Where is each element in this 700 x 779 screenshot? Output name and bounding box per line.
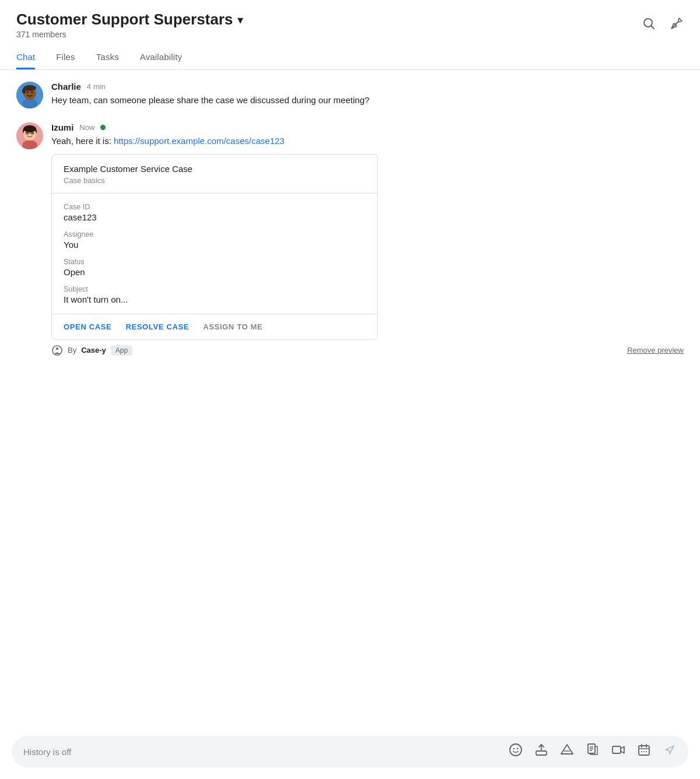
izumi-time: Now: [79, 123, 94, 132]
subject-label: Subject: [64, 285, 366, 293]
header-icons: [642, 16, 684, 34]
svg-point-17: [26, 132, 27, 134]
charlie-name: Charlie: [51, 82, 81, 92]
header-left: Customer Support Superstars ▾ 371 member…: [16, 10, 243, 39]
svg-rect-33: [639, 746, 649, 755]
video-icon[interactable]: [611, 743, 625, 760]
send-icon[interactable]: [663, 743, 677, 760]
assign-to-me-button[interactable]: ASSIGN TO ME: [203, 322, 262, 331]
svg-point-18: [32, 132, 33, 134]
tab-tasks[interactable]: Tasks: [96, 45, 119, 69]
case-card-subtitle: Case basics: [64, 176, 366, 185]
app-badge: App: [111, 345, 132, 356]
svg-rect-25: [536, 751, 547, 755]
app-name: Case-y: [81, 346, 106, 355]
message-izumi: Izumi Now Yeah, here it is: https://supp…: [16, 122, 684, 356]
izumi-text: Yeah, here it is: https://support.exampl…: [51, 135, 684, 148]
tab-chat[interactable]: Chat: [16, 45, 35, 69]
message-input-bar[interactable]: History is off: [12, 736, 688, 767]
emoji-icon[interactable]: [509, 743, 523, 760]
chat-area: Charlie 4 min Hey team, can someone plea…: [0, 70, 700, 730]
by-label: By: [68, 346, 76, 355]
field-subject: Subject It won't turn on...: [64, 285, 366, 304]
svg-point-37: [641, 751, 642, 752]
group-title: Customer Support Superstars: [16, 10, 233, 29]
svg-point-38: [643, 751, 645, 752]
status-value: Open: [64, 267, 366, 277]
tabs: Chat Files Tasks Availability: [0, 45, 700, 70]
field-status: Status Open: [64, 258, 366, 277]
svg-line-1: [652, 26, 654, 29]
svg-point-23: [513, 748, 514, 749]
toolbar-icons: [509, 743, 677, 760]
member-count: 371 members: [16, 30, 243, 39]
case-id-value: case123: [64, 212, 366, 222]
subject-value: It won't turn on...: [64, 294, 366, 304]
casey-icon: [51, 345, 63, 356]
drive-icon[interactable]: [560, 743, 574, 760]
pin-icon[interactable]: [670, 16, 684, 34]
case-card-body: Case ID case123 Assignee You Status Open…: [52, 194, 377, 314]
field-assignee: Assignee You: [64, 230, 366, 250]
tab-availability[interactable]: Availability: [140, 45, 182, 69]
izumi-text-prefix: Yeah, here it is:: [51, 136, 114, 146]
assignee-value: You: [64, 240, 366, 250]
input-placeholder: History is off: [23, 747, 498, 757]
avatar-izumi: [16, 122, 43, 149]
svg-point-24: [517, 748, 518, 749]
charlie-meta: Charlie 4 min: [51, 82, 684, 92]
upload-icon[interactable]: [534, 743, 548, 760]
charlie-text: Hey team, can someone please share the c…: [51, 94, 684, 107]
header: Customer Support Superstars ▾ 371 member…: [0, 0, 700, 39]
svg-point-19: [23, 125, 36, 132]
tab-files[interactable]: Files: [56, 45, 75, 69]
izumi-message-body: Izumi Now Yeah, here it is: https://supp…: [51, 122, 684, 356]
attribution: By Case-y App Remove preview: [51, 345, 684, 356]
case-card-actions: OPEN CASE RESOLVE CASE ASSIGN TO ME: [52, 314, 377, 339]
case-card-header: Example Customer Service Case Case basic…: [52, 155, 377, 194]
status-label: Status: [64, 258, 366, 266]
message-charlie: Charlie 4 min Hey team, can someone plea…: [16, 82, 684, 108]
charlie-message-body: Charlie 4 min Hey team, can someone plea…: [51, 82, 684, 107]
svg-point-9: [22, 88, 26, 94]
resolve-case-button[interactable]: RESOLVE CASE: [125, 322, 189, 331]
case-id-label: Case ID: [64, 203, 366, 211]
svg-point-7: [32, 92, 33, 93]
svg-point-22: [510, 744, 522, 756]
izumi-name: Izumi: [51, 122, 74, 132]
svg-point-6: [27, 92, 29, 93]
search-icon[interactable]: [642, 16, 656, 34]
svg-point-21: [56, 348, 58, 350]
case-link[interactable]: https://support.example.com/cases/case12…: [114, 136, 285, 146]
svg-rect-32: [612, 746, 621, 753]
charlie-time: 4 min: [87, 82, 106, 91]
remove-preview-button[interactable]: Remove preview: [627, 346, 684, 355]
svg-point-39: [646, 751, 647, 752]
calendar-icon[interactable]: [637, 743, 651, 760]
izumi-meta: Izumi Now: [51, 122, 684, 132]
avatar-charlie: [16, 82, 43, 108]
field-case-id: Case ID case123: [64, 203, 366, 222]
case-card: Example Customer Service Case Case basic…: [51, 154, 378, 340]
online-indicator: [100, 125, 106, 130]
chevron-down-icon[interactable]: ▾: [237, 13, 243, 27]
doc-icon[interactable]: [586, 743, 600, 760]
assignee-label: Assignee: [64, 230, 366, 238]
case-card-title: Example Customer Service Case: [64, 164, 366, 174]
open-case-button[interactable]: OPEN CASE: [64, 322, 111, 331]
header-title-row: Customer Support Superstars ▾: [16, 10, 243, 29]
